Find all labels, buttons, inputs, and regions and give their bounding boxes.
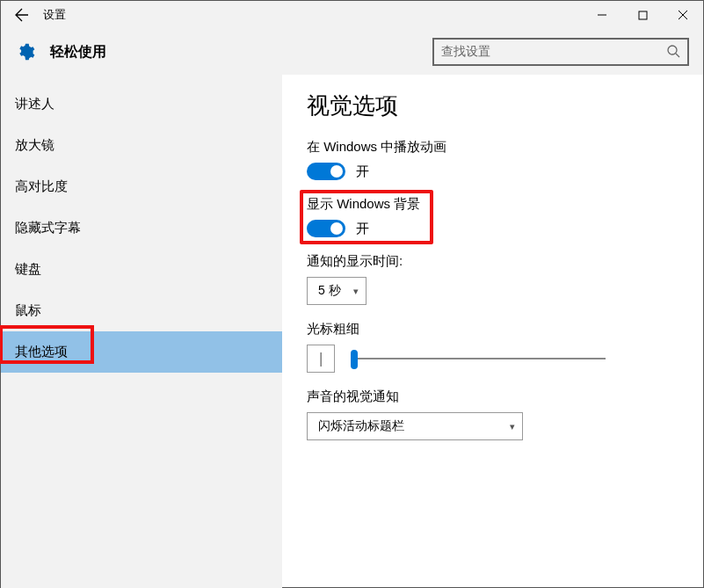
- toggle-animations[interactable]: [307, 163, 345, 180]
- maximize-icon: [638, 11, 648, 20]
- section-title: 轻松使用: [50, 43, 106, 62]
- sidebar-item-mouse[interactable]: 鼠标: [1, 290, 282, 331]
- sidebar-item-keyboard[interactable]: 键盘: [1, 249, 282, 290]
- window-title: 设置: [43, 7, 66, 23]
- minimize-button[interactable]: [582, 1, 622, 29]
- slider-track: [351, 358, 606, 359]
- sidebar-item-label: 隐藏式字幕: [15, 220, 81, 236]
- page-title: 视觉选项: [307, 91, 703, 121]
- toggle-background[interactable]: [307, 220, 345, 237]
- slider-cursor-thickness[interactable]: [351, 348, 606, 369]
- setting-label: 显示 Windows 背景: [307, 196, 703, 213]
- setting-cursor-thickness: 光标粗细 |: [307, 321, 703, 373]
- toggle-state: 开: [356, 221, 369, 237]
- chevron-down-icon: ▾: [353, 286, 359, 297]
- sidebar-item-narrator[interactable]: 讲述人: [1, 83, 282, 125]
- dropdown-value: 5 秒: [318, 283, 341, 299]
- sidebar-item-magnifier[interactable]: 放大镜: [1, 125, 282, 166]
- gear-icon: [15, 41, 36, 62]
- setting-label: 光标粗细: [307, 321, 703, 338]
- svg-line-3: [676, 54, 679, 57]
- sidebar-item-other-options[interactable]: 其他选项: [1, 331, 282, 373]
- setting-sound-visual: 声音的视觉通知 闪烁活动标题栏 ▾: [307, 388, 703, 440]
- search-icon: [666, 44, 680, 61]
- close-icon: [678, 10, 688, 20]
- search-placeholder: 查找设置: [441, 44, 666, 60]
- back-button[interactable]: [1, 1, 43, 29]
- search-input[interactable]: 查找设置: [432, 38, 689, 66]
- setting-animations: 在 Windows 中播放动画 开: [307, 139, 703, 180]
- dropdown-sound-visual[interactable]: 闪烁活动标题栏 ▾: [307, 412, 523, 440]
- header: 轻松使用 查找设置: [1, 29, 703, 75]
- sidebar-item-label: 键盘: [15, 261, 41, 278]
- sidebar-item-label: 其他选项: [15, 344, 68, 360]
- svg-rect-1: [639, 11, 647, 19]
- content: 视觉选项 在 Windows 中播放动画 开 显示 Windows 背景 开 通…: [282, 75, 703, 588]
- sidebar-item-closed-captions[interactable]: 隐藏式字幕: [1, 207, 282, 249]
- setting-label: 在 Windows 中播放动画: [307, 139, 703, 156]
- titlebar: 设置: [1, 1, 703, 29]
- setting-label: 声音的视觉通知: [307, 388, 703, 405]
- sidebar: 讲述人 放大镜 高对比度 隐藏式字幕 键盘 鼠标 其他选项: [1, 75, 282, 588]
- close-button[interactable]: [663, 1, 703, 29]
- svg-point-2: [668, 46, 677, 54]
- toggle-state: 开: [356, 163, 369, 180]
- setting-background: 显示 Windows 背景 开: [307, 196, 703, 237]
- chevron-down-icon: ▾: [510, 421, 515, 432]
- sidebar-item-label: 讲述人: [15, 96, 54, 113]
- minimize-icon: [597, 10, 607, 20]
- dropdown-value: 闪烁活动标题栏: [318, 418, 404, 434]
- sidebar-item-label: 放大镜: [15, 137, 54, 154]
- maximize-button[interactable]: [622, 1, 663, 29]
- cursor-preview: |: [307, 345, 335, 373]
- back-arrow-icon: [15, 8, 29, 22]
- sidebar-item-high-contrast[interactable]: 高对比度: [1, 166, 282, 207]
- sidebar-item-label: 高对比度: [15, 178, 68, 195]
- slider-thumb[interactable]: [351, 350, 358, 369]
- setting-notification-duration: 通知的显示时间: 5 秒 ▾: [307, 253, 703, 305]
- dropdown-notification-duration[interactable]: 5 秒 ▾: [307, 277, 367, 305]
- setting-label: 通知的显示时间:: [307, 253, 703, 270]
- sidebar-item-label: 鼠标: [15, 302, 41, 319]
